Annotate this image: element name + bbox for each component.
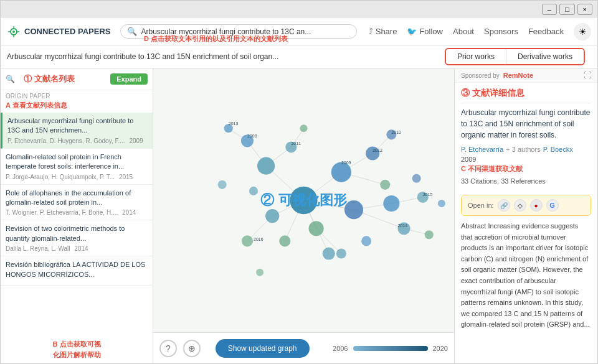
- paper-title: Revisión bibliográfica LA ACTIVIDAD DE L…: [6, 260, 148, 279]
- search-input[interactable]: [141, 27, 350, 36]
- logo-icon: [7, 25, 21, 39]
- sponsors-link[interactable]: Sponsors: [484, 27, 518, 36]
- title-bar: – □ ×: [1, 1, 597, 18]
- svg-point-33: [323, 247, 335, 259]
- feedback-link[interactable]: Feedback: [528, 27, 564, 36]
- annotation-b: B 点击获取可视化图片解析帮助: [1, 335, 153, 363]
- main-window: – □ × CONNECTED PAPERS 🔍 ⤴ Share: [0, 0, 598, 364]
- svg-point-43: [300, 124, 307, 132]
- svg-point-30: [265, 209, 279, 223]
- win-maximize[interactable]: □: [559, 4, 575, 15]
- list-item[interactable]: Revisión bibliográfica LA ACTIVIDAD DE L…: [1, 256, 153, 286]
- svg-text:2014: 2014: [397, 223, 407, 228]
- paper-year-detail: 2009: [461, 156, 591, 163]
- annotation-1: ① 文献名列表: [19, 72, 80, 86]
- svg-point-40: [242, 235, 253, 246]
- abstract-text: Abstract Increasing evidence suggests th…: [455, 221, 597, 337]
- paper-meta: Dalila L. Reyna, L. Wall 2014: [6, 245, 148, 252]
- sponsored-bar: Sponsored by RemNote ⛶: [455, 68, 597, 83]
- list-item[interactable]: Role of allophanes in the accumulation o…: [1, 185, 153, 221]
- svg-point-1: [12, 30, 15, 33]
- about-link[interactable]: About: [453, 27, 474, 36]
- win-close[interactable]: ×: [577, 4, 592, 15]
- paper-title: Glomalin-related soil protein in French …: [6, 152, 148, 172]
- graph-svg: 2009 2012 2010 2015 2014 2008 2011 2013 …: [153, 68, 454, 332]
- paper-authors: P. Etchevarría + 3 authors P. Boeckx: [461, 146, 591, 153]
- follow-icon: 🐦: [407, 27, 417, 36]
- search-bar[interactable]: 🔍: [120, 24, 357, 39]
- open-icon-link[interactable]: 🔗: [498, 199, 510, 212]
- svg-point-37: [380, 180, 390, 190]
- open-icon-circle[interactable]: ●: [530, 199, 543, 212]
- paper-title: Role of allophanes in the accumulation o…: [6, 189, 148, 208]
- svg-point-50: [256, 269, 263, 276]
- annotation-3: ③ 文献详细信息: [461, 88, 591, 103]
- sponsored-label: Sponsored by: [461, 72, 500, 79]
- graph-area: 2009 2012 2010 2015 2014 2008 2011 2013 …: [153, 68, 454, 363]
- year-start: 2006: [333, 345, 348, 352]
- sidebar-header: 🔍 ① 文献名列表 Expand: [1, 68, 153, 90]
- paper-meta: T. Woignier, P. Etchevarría, F. Borie, H…: [6, 209, 148, 216]
- svg-point-31: [344, 200, 363, 219]
- svg-text:2015: 2015: [423, 192, 433, 197]
- right-panel-header: ③ 文献详细信息 Arbuscular mycorrhizal fungi co…: [455, 83, 597, 195]
- svg-point-41: [336, 248, 346, 258]
- svg-point-26: [290, 187, 317, 214]
- svg-text:2009: 2009: [341, 161, 351, 165]
- follow-button[interactable]: 🐦 Follow: [407, 27, 443, 36]
- svg-point-52: [438, 200, 445, 207]
- main-content: 🔍 ① 文献名列表 Expand Origin paper A 查看文献列表信息…: [1, 68, 597, 363]
- paper-meta: P. Etchevarría, D. Huygens, R. Godoy, F.…: [7, 138, 148, 144]
- svg-text:2010: 2010: [391, 130, 401, 134]
- svg-text:2012: 2012: [373, 148, 382, 152]
- list-item[interactable]: Glomalin-related soil protein in French …: [1, 149, 153, 185]
- open-icon-diamond[interactable]: ◇: [514, 199, 526, 212]
- year-end: 2020: [433, 345, 448, 352]
- theme-toggle-button[interactable]: ☀: [574, 23, 591, 40]
- year-bar: [353, 346, 428, 351]
- annotation-c: C 不同渠道获取文献: [461, 164, 591, 174]
- list-item[interactable]: Arbuscular mycorrhizal fungi contribute …: [1, 113, 153, 149]
- origin-label: Origin paper: [1, 90, 153, 101]
- works-buttons: Prior works Derivative works: [445, 48, 585, 65]
- svg-text:2013: 2013: [229, 121, 239, 126]
- svg-point-46: [425, 230, 434, 239]
- remnote-logo: RemNote: [503, 72, 533, 79]
- help-button[interactable]: ?: [159, 340, 177, 357]
- share-icon: ⤴: [369, 27, 373, 36]
- svg-point-27: [257, 157, 275, 175]
- graph-bottom: ? ⊕ Show updated graph 2006 2020: [153, 332, 454, 363]
- prior-works-button[interactable]: Prior works: [446, 49, 506, 64]
- win-restore[interactable]: –: [542, 4, 557, 15]
- open-in-row: Open in: 🔗 ◇ ● G: [461, 195, 591, 216]
- graph-container[interactable]: 2009 2012 2010 2015 2014 2008 2011 2013 …: [153, 68, 454, 332]
- right-panel: Sponsored by RemNote ⛶ ③ 文献详细信息 Arbuscul…: [454, 68, 597, 363]
- expand-sponsored-icon[interactable]: ⛶: [584, 71, 591, 80]
- svg-text:2011: 2011: [291, 141, 301, 146]
- svg-point-48: [361, 236, 371, 246]
- svg-point-29: [309, 221, 324, 236]
- nav-links: ⤴ Share 🐦 Follow About Sponsors Feedback…: [369, 23, 591, 40]
- svg-point-49: [412, 174, 421, 183]
- show-graph-button[interactable]: Show updated graph: [216, 339, 310, 358]
- open-icon-google[interactable]: G: [546, 199, 559, 212]
- search-icon: 🔍: [127, 27, 137, 36]
- svg-text:2008: 2008: [247, 134, 257, 138]
- paper-meta: P. Jorge-Araujo, H. Quiquampoix, P. T...…: [6, 174, 148, 180]
- list-item[interactable]: Revision of two colorimetric methods to …: [1, 220, 153, 256]
- annotation-d-container: Arbuscular mycorrhizal fungi contribute …: [1, 45, 597, 68]
- paper-title: Revision of two colorimetric methods to …: [6, 224, 148, 243]
- sidebar-search-icon: 🔍: [6, 75, 15, 83]
- citations: 33 Citations, 33 References: [461, 177, 591, 185]
- year-range: 2006 2020: [333, 345, 448, 352]
- share-button[interactable]: ⤴ Share: [369, 27, 397, 36]
- expand-button[interactable]: Expand: [110, 73, 148, 85]
- derivative-works-button[interactable]: Derivative works: [506, 49, 584, 64]
- left-sidebar: 🔍 ① 文献名列表 Expand Origin paper A 查看文献列表信息…: [1, 68, 153, 363]
- open-in-label: Open in:: [468, 202, 494, 209]
- author-last: P. Boeckx: [543, 146, 573, 153]
- svg-point-47: [249, 187, 258, 195]
- svg-point-51: [218, 180, 227, 189]
- paper-detail-title: Arbuscular mycorrhizal fungi contribute …: [461, 107, 591, 141]
- compass-button[interactable]: ⊕: [183, 340, 201, 357]
